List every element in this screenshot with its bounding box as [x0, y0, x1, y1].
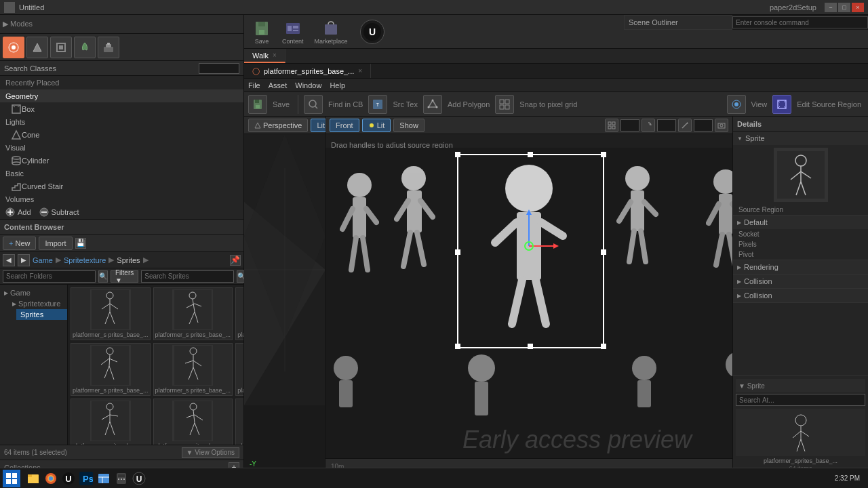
sub-menu-file[interactable]: File: [248, 81, 260, 89]
file-tab-platformer[interactable]: ◯ platformer_sprites_base_... ×: [244, 64, 371, 78]
foliage-tool-btn[interactable]: [74, 37, 96, 58]
perspective-btn[interactable]: Perspective: [248, 119, 308, 132]
visual-category[interactable]: Visual: [0, 142, 243, 154]
select-tool-btn[interactable]: [3, 37, 24, 58]
taskbar-ue4-2[interactable]: U: [132, 471, 146, 486]
sprite-item-10[interactable]: platformer_s prites_base_...: [153, 399, 233, 445]
file-tab-close[interactable]: ×: [358, 67, 362, 75]
sprite-item-7[interactable]: platformer_s prites_base_...: [235, 343, 243, 396]
import-btn[interactable]: Import: [39, 237, 72, 250]
sprite-item-1[interactable]: platformer_s prites_base_...: [71, 287, 151, 340]
view-options-btn[interactable]: ▼ View Options: [182, 447, 239, 458]
pin-btn[interactable]: 📌: [230, 255, 241, 266]
sub-menu-window[interactable]: Window: [295, 81, 321, 89]
lit-view-btn[interactable]: Lit: [362, 119, 391, 132]
default-section-header[interactable]: ▶ Default: [733, 216, 868, 229]
rotation-input[interactable]: 10°: [657, 119, 676, 131]
svg-point-156: [734, 102, 738, 106]
sprite-item-6[interactable]: platformer_s prites_base_...: [153, 343, 233, 396]
console-input[interactable]: [732, 16, 868, 28]
folder-search-input[interactable]: [3, 270, 96, 283]
save-all-btn[interactable]: 💾: [75, 238, 86, 249]
svg-point-232: [468, 354, 495, 382]
edit-source-region-btn[interactable]: [772, 95, 791, 114]
grid-size-input[interactable]: 10: [620, 119, 639, 131]
sprite-section-header[interactable]: ▼ Sprite: [733, 131, 868, 145]
basic-category[interactable]: Basic: [0, 167, 243, 180]
sub-menu-help[interactable]: Help: [330, 81, 345, 89]
sprite-search-input[interactable]: [141, 270, 234, 283]
editor-tabs: Walk ×: [244, 49, 868, 64]
view-btn[interactable]: [727, 95, 746, 114]
sprite-item-11[interactable]: platformer_s prites_base_...: [235, 399, 243, 445]
minimize-btn[interactable]: −: [825, 3, 837, 12]
volumes-category[interactable]: Volumes: [0, 193, 243, 205]
scale-input[interactable]: 0.25: [694, 119, 713, 131]
subtract-item[interactable]: Subtract: [39, 207, 79, 217]
start-btn[interactable]: [3, 470, 20, 487]
sub-menu-asset[interactable]: Asset: [269, 81, 288, 89]
collision2-section-header[interactable]: ▶ Collision: [733, 289, 868, 302]
svg-rect-170: [608, 122, 611, 125]
breadcrumb-spritetexture[interactable]: Spritetexture: [64, 256, 106, 264]
camera-icon[interactable]: [715, 119, 728, 132]
tree-item-game[interactable]: ▶ Game: [0, 287, 67, 298]
tab-walk-close[interactable]: ×: [273, 52, 277, 59]
search-atlas-input[interactable]: [736, 394, 865, 406]
grid-snap-icon[interactable]: [605, 119, 618, 132]
paint-tool-btn[interactable]: [98, 37, 119, 58]
sprite-viewport[interactable]: Drag handles to adjust source region Dou…: [326, 134, 732, 474]
maximize-btn[interactable]: □: [838, 3, 850, 12]
breadcrumb-game[interactable]: Game: [33, 256, 53, 264]
back-btn[interactable]: ◀: [3, 254, 15, 266]
tree-item-spritetexture[interactable]: ▶ Spritetexture: [8, 298, 67, 309]
3d-viewport[interactable]: -Y: [244, 134, 325, 474]
marketplace-toolbar-btn[interactable]: Marketplace: [311, 18, 352, 46]
mesh-tool-btn[interactable]: [50, 37, 72, 58]
collision-section-header[interactable]: ▶ Collision: [733, 274, 868, 288]
close-btn[interactable]: ×: [852, 3, 864, 12]
save-toolbar-btn[interactable]: Save: [248, 18, 275, 46]
modes-tools: [0, 34, 243, 61]
tab-walk[interactable]: Walk ×: [244, 49, 285, 63]
taskbar-firefox[interactable]: [43, 471, 58, 486]
sprite-item-2[interactable]: platformer_s prites_base_...: [153, 287, 233, 340]
save-icon: [252, 19, 271, 38]
rendering-section-header[interactable]: ▶ Rendering: [733, 260, 868, 274]
show-view-btn[interactable]: Show: [393, 119, 425, 132]
new-btn[interactable]: + New: [3, 237, 36, 250]
atlas-sprite-label: platformer_sprites_base_...: [736, 458, 865, 464]
tree-item-sprites[interactable]: Sprites: [16, 309, 67, 320]
taskbar-explorer[interactable]: [26, 471, 41, 486]
taskbar-calculator[interactable]: [114, 471, 129, 486]
geometry-category[interactable]: Geometry: [0, 90, 243, 102]
taskbar-explorer2[interactable]: [96, 471, 111, 486]
content-toolbar-btn[interactable]: Content: [278, 18, 308, 46]
lights-category[interactable]: Lights: [0, 116, 243, 128]
src-tex-btn[interactable]: T: [368, 95, 387, 114]
add-item[interactable]: Add: [5, 207, 31, 217]
cone-item[interactable]: Cone: [0, 128, 243, 142]
filters-btn[interactable]: Filters ▼: [111, 270, 138, 283]
taskbar-ue4[interactable]: U: [61, 471, 76, 486]
sprite-save-btn[interactable]: [248, 95, 267, 114]
sprite-item-9[interactable]: platformer_s prites_base_...: [71, 399, 151, 445]
scale-icon[interactable]: [678, 119, 692, 132]
sprite-item-5[interactable]: platformer_s prites_base_...: [71, 343, 151, 396]
sculpt-tool-btn[interactable]: [26, 37, 48, 58]
front-view-btn[interactable]: Front: [330, 119, 359, 132]
add-polygon-btn[interactable]: [423, 95, 442, 114]
sprite-item-3[interactable]: platformer_s prites_base_...: [235, 287, 243, 340]
forward-btn[interactable]: ▶: [18, 254, 30, 266]
place-classes-search[interactable]: [199, 63, 239, 74]
taskbar-photoshop[interactable]: Ps: [79, 471, 94, 486]
snap-btn[interactable]: [495, 95, 514, 114]
folder-search-icon[interactable]: 🔍: [98, 270, 108, 283]
scene-outliner-tab[interactable]: Scene Outliner: [624, 15, 732, 30]
cylinder-item[interactable]: Cylinder: [0, 154, 243, 167]
find-in-cb-btn[interactable]: [304, 95, 323, 114]
sprite-preview-label: ▼ Sprite: [738, 382, 765, 390]
box-item[interactable]: Box: [0, 102, 243, 116]
curved-stair-item[interactable]: Curved Stair: [0, 180, 243, 193]
rotation-icon[interactable]: [642, 119, 655, 132]
